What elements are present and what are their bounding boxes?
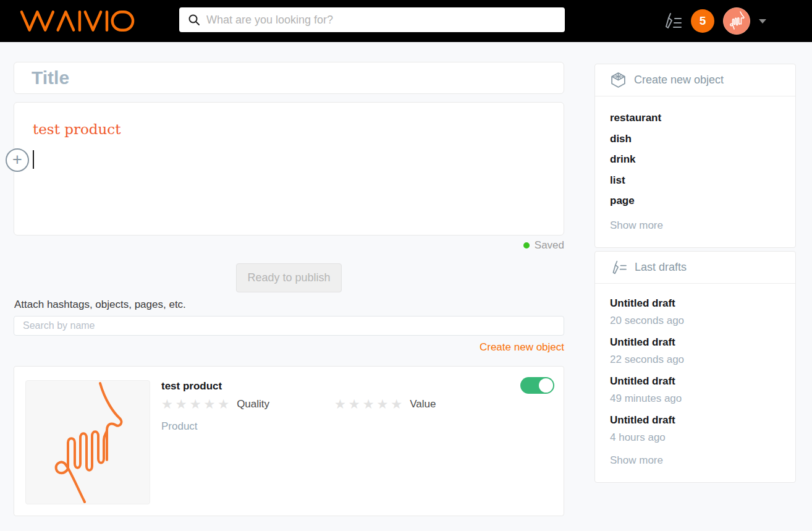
last-drafts-title: Last drafts [635, 261, 687, 274]
star-icon[interactable]: ★ [218, 397, 232, 411]
global-search-input[interactable] [206, 14, 556, 27]
avatar-doodle-icon [724, 8, 750, 34]
star-icon[interactable]: ★ [376, 397, 391, 411]
draft-name[interactable]: Untitled draft [610, 334, 780, 351]
post-body-editor[interactable]: test product + [14, 102, 564, 236]
post-title-input[interactable] [14, 67, 564, 88]
toggle-knob [539, 378, 553, 393]
draft-name[interactable]: Untitled draft [610, 412, 780, 429]
product-image[interactable] [25, 380, 150, 504]
rating-label: Quality [237, 398, 269, 410]
header-actions: 5 [662, 0, 766, 42]
create-object-panel: Create new object restaurant dish drink … [594, 64, 796, 248]
object-type-list: restaurant dish drink list page Show mor… [595, 96, 795, 247]
waivio-logo-icon [20, 10, 135, 32]
attach-objects-label: Attach hashtags, objects, pages, etc. [14, 299, 186, 311]
show-more-object-types[interactable]: Show more [610, 216, 780, 235]
draft-name[interactable]: Untitled draft [610, 295, 780, 312]
product-type-link[interactable]: Product [161, 420, 198, 433]
product-title[interactable]: test product [161, 380, 222, 393]
attach-search-input[interactable] [14, 320, 564, 331]
drafts-pencil-icon [610, 260, 627, 275]
star-rating-icons[interactable]: ★★★★★ [334, 397, 405, 410]
star-icon[interactable]: ★ [363, 397, 377, 411]
cube-icon [610, 72, 627, 88]
editor-text-cursor [33, 150, 34, 169]
show-more-drafts[interactable]: Show more [610, 451, 780, 470]
saved-label: Saved [535, 239, 564, 252]
draft-timestamp: 4 hours ago [610, 429, 780, 446]
star-icon[interactable]: ★ [391, 397, 405, 411]
ready-to-publish-button[interactable]: Ready to publish [236, 263, 342, 292]
star-icon[interactable]: ★ [334, 397, 349, 411]
search-icon [188, 14, 200, 26]
top-navigation-bar: 5 [0, 0, 812, 42]
star-icon[interactable]: ★ [161, 397, 176, 411]
object-type-drink[interactable]: drink [610, 149, 780, 170]
star-rating-icons[interactable]: ★★★★★ [161, 397, 232, 410]
star-icon[interactable]: ★ [190, 397, 204, 411]
draft-list-item[interactable]: Untitled draft 4 hours ago [610, 412, 780, 446]
notifications-badge[interactable]: 5 [691, 9, 714, 33]
draft-list-item[interactable]: Untitled draft 20 seconds ago [610, 295, 780, 329]
post-title-box [14, 62, 564, 94]
product-doodle-icon [26, 381, 150, 504]
object-type-list[interactable]: list [610, 170, 780, 191]
object-type-restaurant[interactable]: restaurant [610, 108, 780, 129]
create-new-object-link[interactable]: Create new object [480, 341, 564, 354]
object-type-dish[interactable]: dish [610, 129, 780, 150]
waivio-logo[interactable] [20, 10, 135, 32]
draft-timestamp: 20 seconds ago [610, 312, 780, 329]
editor-object-link[interactable]: test product [33, 121, 121, 137]
draft-list-item[interactable]: Untitled draft 49 minutes ago [610, 373, 780, 407]
create-object-title: Create new object [634, 74, 724, 87]
draft-timestamp: 49 minutes ago [610, 390, 780, 407]
user-avatar[interactable] [723, 7, 750, 35]
rating-value: ★★★★★ Value [334, 397, 507, 410]
global-search [179, 7, 565, 32]
add-block-plus-icon[interactable]: + [6, 148, 29, 172]
attach-search-box [14, 316, 564, 336]
rating-quality: ★★★★★ Quality [161, 397, 334, 410]
drafts-pencil-icon[interactable] [662, 12, 682, 30]
star-icon[interactable]: ★ [176, 397, 190, 411]
draft-timestamp: 22 seconds ago [610, 351, 780, 368]
star-icon[interactable]: ★ [349, 397, 363, 411]
last-drafts-header: Last drafts [595, 252, 795, 284]
draft-name[interactable]: Untitled draft [610, 373, 780, 390]
last-drafts-panel: Last drafts Untitled draft 20 seconds ag… [594, 251, 796, 483]
rating-label: Value [410, 398, 436, 410]
chevron-down-icon[interactable] [759, 19, 766, 23]
attached-object-card: test product ★★★★★ Quality ★★★★★ Value P… [14, 366, 564, 516]
object-type-page[interactable]: page [610, 190, 780, 211]
product-ratings: ★★★★★ Quality ★★★★★ Value [161, 397, 507, 410]
waivio-editor-page: { "header": { "logo": "WAIVIO", "search_… [0, 0, 812, 531]
autosave-status: Saved [523, 239, 564, 252]
create-object-header: Create new object [595, 64, 795, 96]
drafts-list: Untitled draft 20 seconds ago Untitled d… [595, 284, 795, 482]
draft-list-item[interactable]: Untitled draft 22 seconds ago [610, 334, 780, 368]
attach-toggle-switch[interactable] [520, 377, 554, 394]
saved-dot-icon [523, 242, 530, 249]
star-icon[interactable]: ★ [203, 397, 218, 411]
